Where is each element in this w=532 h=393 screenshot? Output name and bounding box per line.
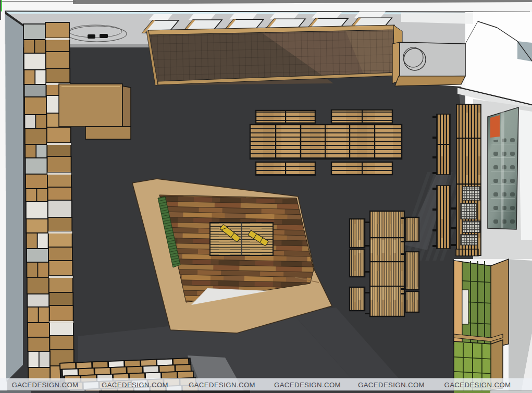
- svg-text:GACEDESIGN.COM: GACEDESIGN.COM: [102, 381, 168, 389]
- svg-text:GACEDESIGN.COM: GACEDESIGN.COM: [189, 381, 255, 389]
- svg-text:GACEDESIGN.COM: GACEDESIGN.COM: [274, 381, 341, 389]
- svg-text:GACEDESIGN.COM: GACEDESIGN.COM: [358, 381, 425, 389]
- svg-text:GACEDESIGN.COM: GACEDESIGN.COM: [444, 381, 511, 389]
- svg-text:GACEDESIGN.COM: GACEDESIGN.COM: [12, 381, 79, 389]
